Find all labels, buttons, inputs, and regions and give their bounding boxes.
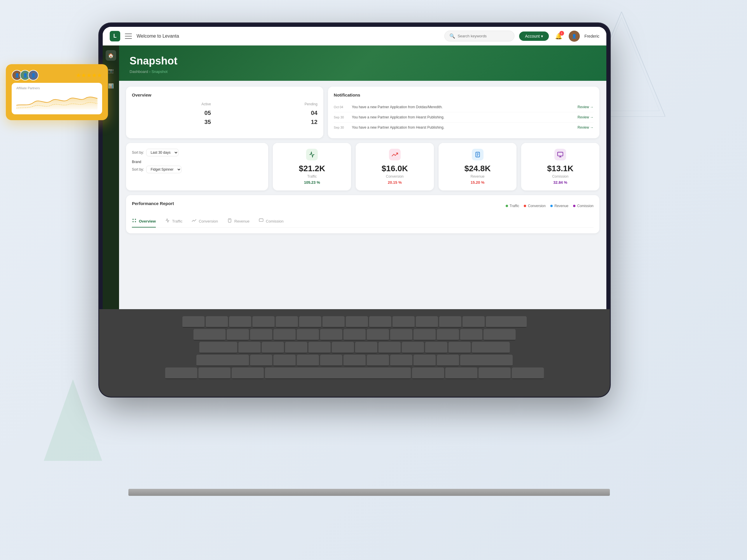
perf-tab-comission[interactable]: Comission	[259, 215, 284, 228]
col-pending: Pending	[211, 102, 317, 108]
sidebar-item-home[interactable]: 🏠	[106, 50, 116, 61]
tab-label: Traffic	[172, 219, 182, 223]
mini-chart-title: Affiliate Partners	[16, 86, 98, 90]
svg-rect-13	[228, 219, 231, 222]
page-header: Snapshot Dashboard › Snapshot	[119, 46, 607, 81]
overview-table: Active Pending 05 04	[132, 102, 317, 127]
metric-icon-1	[389, 149, 401, 160]
legend-label: Revenue	[555, 204, 568, 208]
metric-label-1: Conversion	[386, 175, 404, 179]
sort-by-select[interactable]: Last 30 days	[146, 149, 179, 156]
hamburger-menu[interactable]	[125, 33, 132, 39]
legend-dot	[506, 205, 508, 207]
svg-point-12	[135, 221, 136, 222]
notification-text: You have a new Partner Application from …	[352, 115, 574, 119]
overview-card: Overview Active Pending	[126, 87, 323, 138]
account-button[interactable]: Account ▾	[519, 31, 548, 41]
metric-label-0: Traffic	[307, 175, 317, 179]
app-title: Welcome to Levanta	[136, 33, 440, 39]
metric-label-2: Revenue	[471, 175, 485, 179]
col-active: Active	[132, 102, 211, 108]
metric-value-3: $13.1K	[547, 164, 573, 173]
avatar-3: 👤	[28, 70, 38, 80]
brand-sort-label: Sort by:	[132, 167, 144, 171]
svg-rect-6	[558, 152, 563, 156]
metric-value-1: $16.0K	[382, 164, 408, 173]
tab-icon	[165, 218, 170, 224]
row1-pending: 04	[211, 108, 317, 117]
notification-date: Sep 30	[334, 115, 349, 119]
notification-text: You have a new Partner Application from …	[352, 126, 574, 130]
breadcrumb: Dashboard › Snapshot	[130, 70, 596, 74]
notifications-card: Notifications Oct 04 You have a new Part…	[328, 87, 599, 138]
search-input[interactable]	[458, 34, 510, 38]
metric-card-comission: $13.1K Comission 32.84 %	[521, 143, 599, 190]
legend-item-comission: Comission	[573, 204, 594, 208]
overview-row-1: 05 04	[132, 108, 317, 117]
performance-tabs[interactable]: Overview Traffic Conversion Revenue Comi…	[132, 215, 594, 228]
metrics-row: Sort by: Last 30 days Brand Sort by:	[126, 143, 599, 190]
metric-change-3: 32.84 %	[553, 180, 567, 185]
metric-change-0: 105.23 %	[304, 180, 320, 185]
svg-point-10	[133, 221, 134, 222]
tab-icon	[227, 218, 232, 224]
notifications-title: Notifications	[334, 92, 594, 98]
floating-rating-card: 👤 👤 👤 ★★★★★ Affiliate Partners	[6, 64, 108, 120]
page-title: Snapshot	[130, 55, 596, 67]
legend-item-revenue: Revenue	[550, 204, 568, 208]
tab-label: Comission	[266, 219, 284, 223]
notification-date: Sep 30	[334, 126, 349, 129]
perf-tab-overview[interactable]: Overview	[132, 215, 156, 228]
tab-label: Revenue	[234, 219, 250, 223]
perf-tab-conversion[interactable]: Conversion	[192, 215, 218, 228]
brand-sort-select[interactable]: Fidget Spinner	[146, 166, 181, 173]
legend: Traffic Conversion Revenue Comission	[506, 204, 594, 208]
metrics-filters: Sort by: Last 30 days Brand Sort by:	[126, 143, 268, 190]
metric-card-revenue: $24.8K Revenue 15.20 %	[439, 143, 517, 190]
tab-icon	[192, 218, 197, 224]
notification-link[interactable]: Review →	[577, 105, 594, 109]
tab-icon	[132, 218, 136, 224]
breadcrumb-current: Snapshot	[151, 70, 168, 74]
notifications-list: Oct 04 You have a new Partner Applicatio…	[334, 102, 594, 132]
sort-by-label: Sort by:	[132, 151, 144, 155]
metric-value-0: $21.2K	[299, 164, 325, 173]
row2-pending: 12	[211, 117, 317, 127]
legend-label: Traffic	[510, 204, 519, 208]
notification-link[interactable]: Review →	[577, 115, 594, 119]
metric-value-2: $24.8K	[464, 164, 490, 173]
user-avatar: 👤	[569, 31, 580, 42]
notification-item-2: Sep 30 You have a new Partner Applicatio…	[334, 123, 594, 132]
legend-dot	[550, 205, 553, 207]
overview-title: Overview	[132, 92, 317, 98]
notification-date: Oct 04	[334, 105, 349, 109]
search-icon: 🔍	[449, 33, 455, 39]
tab-icon	[259, 218, 263, 224]
avatar-stack: 👤 👤 👤	[12, 70, 36, 80]
notification-item-0: Oct 04 You have a new Partner Applicatio…	[334, 102, 594, 112]
metric-icon-0	[306, 149, 318, 160]
legend-item-traffic: Traffic	[506, 204, 519, 208]
tab-label: Conversion	[199, 219, 218, 223]
performance-card: Performance Report Traffic Conversion Re…	[126, 195, 599, 233]
row2-active: 35	[132, 117, 211, 127]
notification-link[interactable]: Review →	[577, 126, 594, 130]
metric-change-1: 20.15 %	[388, 180, 402, 185]
perf-tab-traffic[interactable]: Traffic	[165, 215, 182, 228]
perf-tab-revenue[interactable]: Revenue	[227, 215, 250, 228]
breadcrumb-parent[interactable]: Dashboard	[130, 70, 148, 74]
svg-rect-15	[259, 219, 263, 221]
metric-card-conversion: $16.0K Conversion 20.15 %	[356, 143, 434, 190]
mini-chart-card: Affiliate Partners	[12, 83, 102, 114]
notification-bell[interactable]: 🔔 1	[553, 31, 564, 42]
app-logo: L	[110, 31, 120, 42]
search-bar[interactable]: 🔍	[444, 31, 514, 42]
legend-dot	[524, 205, 526, 207]
notification-item-1: Sep 30 You have a new Partner Applicatio…	[334, 112, 594, 123]
metric-card-traffic: $21.2K Traffic 105.23 %	[273, 143, 351, 190]
legend-label: Comission	[577, 204, 594, 208]
navbar: L Welcome to Levanta 🔍 Account ▾ 🔔 1 👤	[103, 27, 607, 46]
metric-cards: $21.2K Traffic 105.23 % $16.0K Conversio…	[273, 143, 599, 190]
mini-chart-svg	[16, 92, 98, 110]
tab-label: Overview	[139, 219, 156, 223]
